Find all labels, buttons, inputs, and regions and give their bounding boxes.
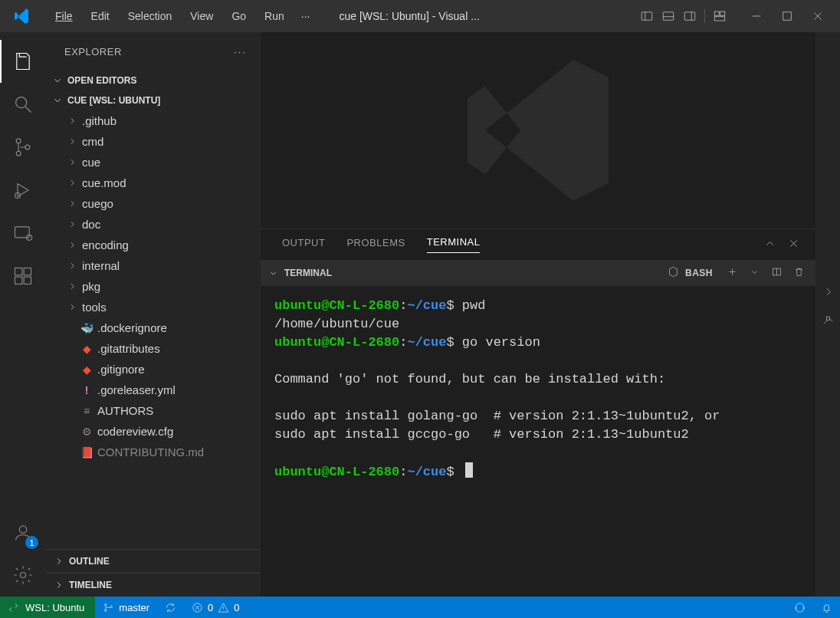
panel-close-icon[interactable] bbox=[787, 237, 800, 252]
section-outline[interactable]: OUTLINE bbox=[46, 549, 261, 573]
svg-rect-4 bbox=[684, 12, 695, 21]
svg-rect-22 bbox=[24, 268, 31, 275]
activity-search[interactable] bbox=[0, 83, 46, 126]
file-tree: .github cmd cue cue.mod cuego doc encodi… bbox=[46, 110, 261, 549]
explorer-sidebar: EXPLORER ··· OPEN EDITORS CUE [WSL: UBUN… bbox=[46, 32, 261, 597]
close-icon[interactable] bbox=[811, 9, 825, 23]
svg-point-15 bbox=[16, 139, 21, 143]
file-gitignore[interactable]: ◆.gitignore bbox=[46, 359, 261, 380]
split-terminal-icon[interactable] bbox=[771, 266, 783, 280]
status-remote[interactable]: WSL: Ubuntu bbox=[0, 597, 95, 618]
folder-tools[interactable]: tools bbox=[46, 297, 261, 317]
status-sync[interactable] bbox=[157, 602, 184, 613]
folder-github[interactable]: .github bbox=[46, 110, 261, 131]
svg-line-14 bbox=[26, 107, 31, 113]
minimize-icon[interactable] bbox=[750, 9, 763, 23]
docker-icon: 🐳 bbox=[80, 322, 93, 334]
svg-point-34 bbox=[105, 603, 107, 606]
explorer-more-icon[interactable]: ··· bbox=[234, 46, 247, 58]
svg-point-16 bbox=[16, 151, 21, 156]
menu-overflow[interactable]: ··· bbox=[294, 5, 318, 27]
layout-bottom-icon[interactable] bbox=[661, 9, 675, 23]
status-branch[interactable]: master bbox=[95, 602, 157, 613]
menu-view[interactable]: View bbox=[181, 5, 222, 27]
svg-rect-24 bbox=[24, 277, 31, 284]
tab-output[interactable]: OUTPUT bbox=[282, 237, 325, 253]
folder-cue[interactable]: cue bbox=[46, 152, 261, 173]
svg-point-36 bbox=[110, 606, 113, 608]
svg-point-25 bbox=[19, 526, 26, 533]
file-codereview[interactable]: ⚙codereview.cfg bbox=[46, 421, 261, 442]
explorer-header: EXPLORER ··· bbox=[46, 32, 261, 71]
explorer-title: EXPLORER bbox=[64, 46, 122, 58]
activity-explorer[interactable] bbox=[0, 40, 46, 83]
open-settings-icon[interactable] bbox=[822, 315, 835, 331]
svg-rect-2 bbox=[663, 12, 674, 21]
section-timeline[interactable]: TIMELINE bbox=[46, 573, 261, 597]
folder-cuemod[interactable]: cue.mod bbox=[46, 173, 261, 193]
customize-layout-icon[interactable] bbox=[713, 9, 727, 23]
kill-terminal-icon[interactable] bbox=[793, 266, 805, 280]
menu-run[interactable]: Run bbox=[255, 5, 294, 27]
file-authors[interactable]: ≡AUTHORS bbox=[46, 400, 261, 421]
editor-background bbox=[261, 32, 815, 228]
activity-debug[interactable] bbox=[0, 169, 46, 212]
new-terminal-icon[interactable] bbox=[727, 266, 738, 280]
layout-right-icon[interactable] bbox=[683, 9, 697, 23]
status-feedback-icon[interactable] bbox=[786, 602, 813, 613]
menu-bar: File Edit Selection View Go Run ··· bbox=[46, 5, 317, 27]
main-area: 1 EXPLORER ··· OPEN EDITORS CUE [WSL: UB… bbox=[0, 32, 840, 597]
terminal-header: TERMINAL BASH bbox=[261, 260, 815, 286]
activity-remote-explorer[interactable] bbox=[0, 212, 46, 255]
panel-chevron-up-icon[interactable] bbox=[763, 237, 776, 252]
status-bell-icon[interactable] bbox=[813, 602, 840, 613]
statusbar: WSL: Ubuntu master 0 0 bbox=[0, 597, 840, 618]
terminal-dropdown-icon[interactable] bbox=[749, 266, 760, 280]
file-goreleaser[interactable]: !.goreleaser.yml bbox=[46, 380, 261, 400]
shell-icon bbox=[668, 266, 679, 280]
tab-problems[interactable]: PROBLEMS bbox=[346, 237, 405, 253]
markdown-icon: 📕 bbox=[80, 446, 93, 459]
menu-file[interactable]: File bbox=[46, 5, 82, 27]
menu-edit[interactable]: Edit bbox=[82, 5, 119, 27]
svg-rect-10 bbox=[783, 12, 792, 21]
svg-rect-6 bbox=[714, 12, 719, 15]
file-contributing[interactable]: 📕CONTRIBUTING.md bbox=[46, 442, 261, 462]
vscode-logo bbox=[12, 7, 31, 25]
folder-cmd[interactable]: cmd bbox=[46, 131, 261, 152]
git-icon: ◆ bbox=[80, 343, 93, 355]
file-gitattributes[interactable]: ◆.gitattributes bbox=[46, 338, 261, 359]
status-problems[interactable]: 0 0 bbox=[184, 602, 247, 613]
folder-pkg[interactable]: pkg bbox=[46, 276, 261, 297]
yml-icon: ! bbox=[80, 384, 93, 396]
svg-point-26 bbox=[21, 573, 26, 578]
section-open-editors[interactable]: OPEN EDITORS bbox=[46, 71, 261, 90]
activity-account[interactable]: 1 bbox=[0, 511, 46, 554]
terminal-body[interactable]: ubuntu@CN-L-2680:~/cue$ pwd /home/ubuntu… bbox=[261, 286, 815, 597]
tab-terminal[interactable]: TERMINAL bbox=[427, 236, 481, 253]
layout-left-icon[interactable] bbox=[640, 9, 654, 23]
maximize-icon[interactable] bbox=[780, 9, 794, 23]
terminal-section-label: TERMINAL bbox=[284, 268, 332, 278]
folder-internal[interactable]: internal bbox=[46, 255, 261, 276]
section-workspace[interactable]: CUE [WSL: UBUNTU] bbox=[46, 90, 261, 110]
menu-selection[interactable]: Selection bbox=[119, 5, 182, 27]
svg-rect-21 bbox=[15, 268, 22, 275]
svg-rect-7 bbox=[720, 12, 725, 15]
expand-right-icon[interactable] bbox=[822, 285, 835, 301]
folder-encoding[interactable]: encoding bbox=[46, 235, 261, 255]
editor-area: OUTPUT PROBLEMS TERMINAL TERMINAL BASH bbox=[261, 32, 815, 597]
gear-icon: ⚙ bbox=[80, 426, 93, 438]
svg-rect-8 bbox=[714, 17, 725, 21]
activity-extensions[interactable] bbox=[0, 255, 46, 297]
svg-rect-0 bbox=[641, 12, 652, 21]
panel-tabs: OUTPUT PROBLEMS TERMINAL bbox=[261, 229, 815, 260]
folder-cuego[interactable]: cuego bbox=[46, 193, 261, 214]
activity-settings[interactable] bbox=[0, 554, 46, 597]
shell-name[interactable]: BASH bbox=[685, 268, 713, 278]
activity-source-control[interactable] bbox=[0, 126, 46, 169]
menu-go[interactable]: Go bbox=[222, 5, 255, 27]
folder-doc[interactable]: doc bbox=[46, 214, 261, 235]
svg-point-35 bbox=[105, 610, 107, 612]
file-dockerignore[interactable]: 🐳.dockerignore bbox=[46, 317, 261, 338]
